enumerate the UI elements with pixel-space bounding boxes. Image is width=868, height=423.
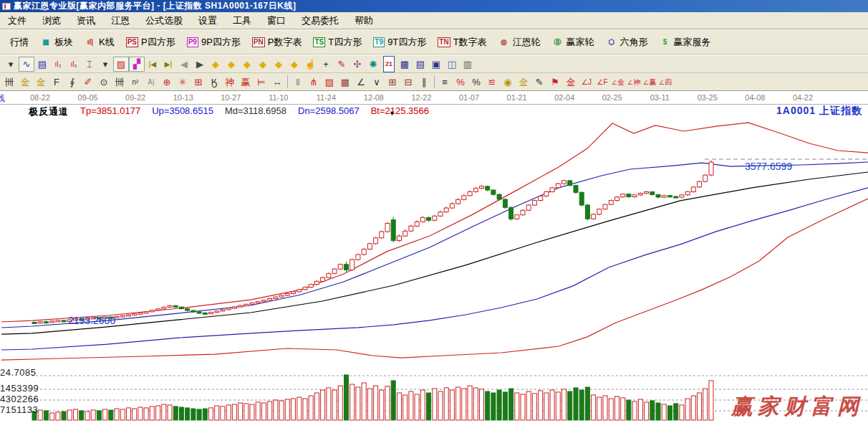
period-dropdown-icon[interactable]: ▾ xyxy=(97,57,113,72)
toolbar-button-9p-square[interactable]: P99P四方形 xyxy=(181,32,246,52)
prev-bar-icon[interactable]: ◀ xyxy=(176,57,192,72)
cycle-circle-icon[interactable]: ⊙ xyxy=(96,75,112,90)
toolbar-button-t-square[interactable]: TST四方形 xyxy=(307,32,367,52)
width-measure-icon[interactable]: ↔ xyxy=(269,75,285,90)
notes-icon[interactable]: ▤ xyxy=(413,57,428,72)
percent-line-icon[interactable]: ≌ xyxy=(484,75,500,90)
fan-lines-icon[interactable]: ⋔ xyxy=(306,75,322,90)
dropdown-arrow-icon[interactable]: ▾ xyxy=(3,57,19,72)
chart-area[interactable]: 08-2209-0509-2210-1310-2711-1011-2412-08… xyxy=(0,91,868,423)
fibonacci-icon[interactable]: F xyxy=(49,75,64,90)
next-bar-icon[interactable]: ▶ xyxy=(192,57,208,72)
menu-item-trade-entrust[interactable]: 交易委托 xyxy=(294,12,347,29)
indicator-collapse-icon[interactable]: ▼ xyxy=(389,110,395,117)
first-bar-icon[interactable]: |◀ xyxy=(145,57,160,72)
menu-item-file[interactable]: 文件 xyxy=(0,12,34,29)
menu-item-formula-stock-pick[interactable]: 公式选股 xyxy=(138,12,191,29)
brush-icon[interactable]: ✐ xyxy=(80,75,96,90)
trend-chart-icon[interactable]: ∿ xyxy=(19,57,34,72)
toolbar-button-winner-service[interactable]: $赢家服务 xyxy=(654,32,717,52)
shen-tool-icon[interactable]: 神 xyxy=(222,75,238,90)
toolbar-button-9t-square[interactable]: T99T四方形 xyxy=(367,32,432,52)
gold-line-icon[interactable]: 金 xyxy=(516,75,531,90)
toolbar-button-winner-wheel[interactable]: Ⓑ赢家轮 xyxy=(546,32,600,52)
menu-item-window[interactable]: 窗口 xyxy=(259,12,294,29)
gold-red-icon[interactable]: 金 xyxy=(563,75,579,90)
diamond-hcompress-icon[interactable]: ◆ xyxy=(255,57,271,72)
mirror-icon[interactable]: A| xyxy=(143,75,159,90)
toolbar-button-hexagon[interactable]: ⬡六角形 xyxy=(600,32,654,52)
title-bar[interactable]: 赢家江恩专业版[赢家内部服务平台] - [上证指数 SH1A0001-167日K… xyxy=(0,0,868,12)
percent-tool-icon[interactable]: % xyxy=(453,75,468,90)
ying-tool-icon[interactable]: 赢 xyxy=(238,75,254,90)
hand-tool-icon[interactable]: ☝ xyxy=(302,57,318,72)
grid-box-icon[interactable]: ▩ xyxy=(337,75,353,90)
info-panel-icon[interactable]: ▤ xyxy=(34,57,50,72)
save-icon[interactable]: ▣ xyxy=(428,57,444,72)
parallel-lines-icon[interactable]: ∥ xyxy=(416,75,432,90)
angle-gold-icon[interactable]: ∠金 xyxy=(610,75,626,90)
kline-chart[interactable]: 08-2209-0509-2210-1310-2711-1011-2412-08… xyxy=(0,91,868,423)
help-app-icon[interactable]: ▥ xyxy=(460,57,476,72)
toolbar-button-gann-wheel[interactable]: ◎江恩轮 xyxy=(493,32,546,52)
last-bar-icon[interactable]: ▶| xyxy=(160,57,176,72)
angle-j-icon[interactable]: ∠J xyxy=(579,75,594,90)
ink-brush-icon[interactable]: ✎ xyxy=(531,75,547,90)
spiral-tool-icon[interactable]: ✺ xyxy=(365,57,381,72)
gold-ratio-icon[interactable]: 金 xyxy=(17,75,33,90)
spiral-icon[interactable]: ∮ xyxy=(64,75,80,90)
scale-icon[interactable]: ≡ xyxy=(437,75,453,90)
circle-cross-icon[interactable]: ⊕ xyxy=(159,75,175,90)
percent2-icon[interactable]: % xyxy=(468,75,484,90)
menu-item-gann[interactable]: 江恩 xyxy=(103,12,138,29)
menu-item-browse[interactable]: 浏览 xyxy=(34,12,69,29)
pattern-box-icon[interactable]: ▨ xyxy=(113,57,129,72)
box-pattern-icon[interactable]: ▨ xyxy=(322,75,337,90)
gann-grid2-icon[interactable]: ⊟ xyxy=(400,75,416,90)
toolbar-button-p-number-table[interactable]: PNP数字表 xyxy=(246,32,308,52)
gann-tool-icon[interactable]: ✣ xyxy=(349,57,365,72)
angle-shen-icon[interactable]: ∠神 xyxy=(626,75,642,90)
diamond-expand-icon[interactable]: ◆ xyxy=(271,57,286,72)
calendar-icon[interactable]: 21 xyxy=(381,57,397,72)
calculator-icon[interactable]: ▦ xyxy=(397,57,413,72)
zigzag-icon[interactable]: ∨ xyxy=(369,75,385,90)
toolbar-button-p-square[interactable]: PSP四方形 xyxy=(120,32,181,52)
toolbar-button-kline[interactable]: ıl|K线 xyxy=(79,32,120,52)
beam-icon[interactable]: Ⅱ xyxy=(290,75,306,90)
diamond-compress-icon[interactable]: ◆ xyxy=(286,57,302,72)
volume-histogram-icon[interactable]: ▞ xyxy=(129,57,145,72)
crosshair-icon[interactable]: + xyxy=(318,57,334,72)
menu-item-tools[interactable]: 工具 xyxy=(225,12,259,29)
diamond-right-icon[interactable]: ◆ xyxy=(223,57,239,72)
indicator-name[interactable]: 极反通道 xyxy=(29,105,69,118)
gann-ruler-icon[interactable]: 卌 xyxy=(1,75,17,90)
radial-icon[interactable]: ✳ xyxy=(175,75,191,90)
grid-ruler-icon[interactable]: 卌 xyxy=(112,75,127,90)
gann-grid-icon[interactable]: ⊞ xyxy=(385,75,400,90)
angle-ying-icon[interactable]: ∠赢 xyxy=(642,75,657,90)
diamond-left-icon[interactable]: ◆ xyxy=(208,57,223,72)
menu-item-help[interactable]: 帮助 xyxy=(347,12,381,29)
angle-si-icon[interactable]: ∠四 xyxy=(657,75,673,90)
k-mark-icon[interactable]: Ӄ xyxy=(206,75,222,90)
diamond-hexpand-icon[interactable]: ◆ xyxy=(239,57,255,72)
boxed-target-icon[interactable]: ⊞ xyxy=(191,75,206,90)
ruler-123-icon[interactable]: ⊨ xyxy=(254,75,269,90)
toolbar-button-quotes[interactable]: 行情 xyxy=(4,32,34,52)
flag-tool-icon[interactable]: ⚑ xyxy=(547,75,563,90)
export-image-icon[interactable]: ◫ xyxy=(444,57,460,72)
minute-9-icon[interactable]: ıl₉ xyxy=(66,57,82,72)
toolbar-button-sectors[interactable]: ▦板块 xyxy=(34,32,79,52)
gold-section-icon[interactable]: 金 xyxy=(33,75,49,90)
menu-item-news[interactable]: 资讯 xyxy=(69,12,103,29)
toolbar-button-t-number-table[interactable]: TNT数字表 xyxy=(432,32,492,52)
angle-f-icon[interactable]: ∠F xyxy=(594,75,610,90)
minute-3-icon[interactable]: ıl₃ xyxy=(50,57,66,72)
draw-line-icon[interactable]: ✎ xyxy=(334,57,349,72)
gold-circle-icon[interactable]: ◉ xyxy=(500,75,516,90)
menu-item-settings[interactable]: 设置 xyxy=(191,12,225,29)
square-of-nine-icon[interactable]: n² xyxy=(127,75,143,90)
kline-period-icon[interactable]: ⌶ xyxy=(82,57,97,72)
angle-lines-icon[interactable]: ∠ xyxy=(353,75,369,90)
